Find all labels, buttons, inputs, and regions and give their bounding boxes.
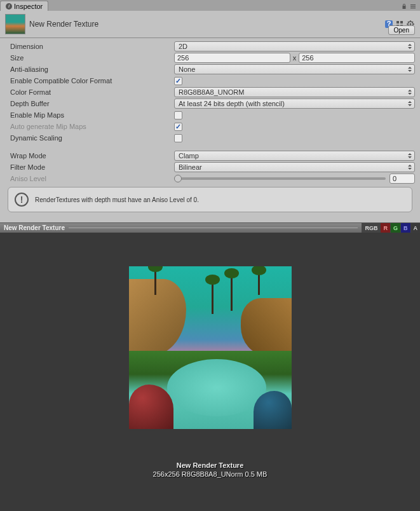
svg-rect-5: [396, 21, 399, 24]
compat-color-checkbox[interactable]: [174, 77, 182, 85]
preview-title: New Render Texture: [0, 224, 65, 231]
inspector-tab-bar: i Inspector: [0, 0, 420, 11]
color-format-label: Color Format: [10, 88, 174, 96]
asset-thumbnail: [5, 14, 25, 34]
info-box: ! RenderTextures with depth must have an…: [8, 187, 412, 212]
channel-r-button[interactable]: R: [380, 223, 390, 233]
svg-rect-6: [400, 21, 403, 24]
antialiasing-dropdown[interactable]: None: [174, 64, 415, 74]
aniso-level-slider: [174, 177, 386, 180]
preview-area[interactable]: New Render Texture 256x256 R8G8B8A8_UNor…: [0, 233, 420, 511]
dynamic-scaling-label: Dynamic Scaling: [10, 134, 174, 142]
inspector-tab[interactable]: i Inspector: [0, 1, 48, 11]
size-label: Size: [10, 54, 174, 62]
tab-bar-right: [401, 3, 420, 11]
dynamic-scaling-checkbox[interactable]: [174, 134, 182, 142]
caption-details: 256x256 R8G8B8A8_UNorm 0.5 MB: [153, 470, 268, 479]
enable-mipmaps-checkbox[interactable]: [174, 111, 182, 119]
preview-divider: [69, 228, 358, 228]
filter-mode-label: Filter Mode: [10, 163, 174, 171]
auto-mipmaps-label: Auto generate Mip Maps: [10, 123, 174, 130]
caption-name: New Render Texture: [153, 461, 268, 470]
enable-mipmaps-label: Enable Mip Maps: [10, 111, 174, 119]
color-format-dropdown[interactable]: R8G8B8A8_UNORM: [174, 87, 415, 97]
info-icon: i: [6, 3, 12, 10]
aniso-level-label: Aniso Level: [10, 175, 174, 182]
filter-mode-dropdown[interactable]: Bilinear: [174, 162, 415, 172]
size-width-input[interactable]: [174, 53, 290, 63]
info-icon: !: [15, 193, 29, 207]
depth-buffer-dropdown[interactable]: At least 24 bits depth (with stencil): [174, 99, 415, 109]
antialiasing-label: Anti-aliasing: [10, 65, 174, 73]
size-height-input[interactable]: [299, 53, 415, 63]
channel-a-button[interactable]: A: [410, 223, 421, 233]
channel-rgb-button[interactable]: RGB: [362, 223, 380, 233]
menu-icon[interactable]: [410, 3, 416, 10]
tab-label: Inspector: [14, 3, 43, 10]
lock-icon[interactable]: [401, 3, 407, 10]
size-x: x: [293, 54, 297, 62]
svg-rect-0: [410, 4, 416, 5]
preview-caption: New Render Texture 256x256 R8G8B8A8_UNor…: [153, 461, 268, 479]
slider-thumb: [174, 175, 182, 182]
open-button[interactable]: Open: [388, 25, 415, 35]
wrap-mode-dropdown[interactable]: Clamp: [174, 151, 415, 161]
channel-buttons: RGB R G B A: [362, 223, 420, 233]
svg-rect-2: [410, 8, 416, 8]
auto-mipmaps-checkbox: [174, 123, 182, 131]
svg-rect-1: [410, 6, 416, 7]
wrap-mode-label: Wrap Mode: [10, 152, 174, 160]
aniso-level-input: [390, 174, 415, 184]
channel-b-button[interactable]: B: [400, 223, 410, 233]
asset-header: New Render Texture ?: [0, 11, 420, 38]
properties-panel: Dimension 2D Size x Anti-aliasing None E…: [0, 38, 420, 222]
dimension-dropdown[interactable]: 2D: [174, 41, 415, 51]
dimension-label: Dimension: [10, 43, 174, 50]
info-text: RenderTextures with depth must have an A…: [35, 196, 199, 203]
render-texture-preview: [129, 266, 292, 429]
compat-color-label: Enable Compatible Color Format: [10, 77, 174, 85]
depth-buffer-label: Depth Buffer: [10, 100, 174, 107]
channel-g-button[interactable]: G: [390, 223, 400, 233]
preview-header[interactable]: New Render Texture RGB R G B A: [0, 222, 420, 233]
asset-name[interactable]: New Render Texture: [29, 20, 381, 29]
